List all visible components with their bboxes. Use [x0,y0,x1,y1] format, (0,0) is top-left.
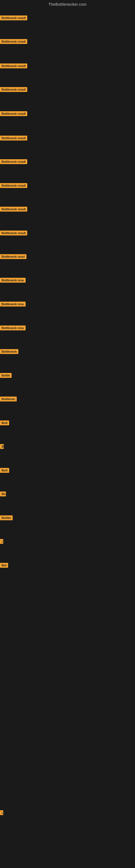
bottleneck-badge-21[interactable]: Bo [0,492,6,496]
badge-container-13: Bottleneck resu [0,302,26,308]
badge-container-18: Bott [0,421,9,426]
badge-container-17: Bottlenec [0,397,17,403]
bottleneck-badge-10[interactable]: Bottleneck result [0,230,27,236]
bottleneck-badge-5[interactable]: Bottleneck result [0,111,27,116]
badge-container-1: Bottleneck result [0,16,27,22]
bottleneck-badge-4[interactable]: Bottleneck result [0,87,27,92]
badge-container-21: Bo [0,492,6,497]
badge-container-14: Bottleneck resu [0,326,26,332]
bottleneck-badge-11[interactable]: Bottleneck resul [0,254,27,259]
bottleneck-badge-1[interactable]: Bottleneck result [0,16,27,20]
badge-container-6: Bottleneck result [0,135,27,142]
bottleneck-badge-6[interactable]: Bottleneck result [0,135,27,141]
badge-container-2: Bottleneck result [0,39,27,45]
bottleneck-badge-23[interactable]: | [0,539,3,544]
bottleneck-badge-25[interactable]: | [0,810,3,815]
badge-container-8: Bottleneck result [0,183,27,189]
bottleneck-badge-13[interactable]: Bottleneck resu [0,302,26,307]
badge-container-3: Bottleneck result [0,63,27,69]
bottleneck-badge-20[interactable]: Bott [0,468,9,473]
bottleneck-badge-7[interactable]: Bottleneck result [0,159,27,164]
badge-container-23: | [0,539,3,545]
bottleneck-badge-14[interactable]: Bottleneck resu [0,326,26,330]
badge-container-12: Bottleneck resu [0,278,26,284]
badge-container-16: Bottle [0,373,12,379]
badge-container-4: Bottleneck result [0,87,27,93]
bottleneck-badge-16[interactable]: Bottle [0,373,12,378]
bottleneck-badge-22[interactable]: Bottler [0,516,13,520]
badge-container-11: Bottleneck resul [0,254,27,260]
badge-container-10: Bottleneck result [0,230,27,237]
bottleneck-badge-17[interactable]: Bottlenec [0,397,17,401]
bottleneck-badge-3[interactable]: Bottleneck result [0,63,27,68]
bottleneck-badge-19[interactable]: B [0,444,4,449]
badge-container-22: Bottler [0,516,13,521]
badge-container-7: Bottleneck result [0,159,27,165]
badge-container-19: B [0,444,4,450]
bottleneck-badge-8[interactable]: Bottleneck result [0,183,27,188]
bottleneck-badge-9[interactable]: Bottleneck result [0,207,27,212]
badge-container-5: Bottleneck result [0,111,27,117]
site-title: TheBottlenecker.com [0,0,135,8]
badge-container-9: Bottleneck result [0,207,27,213]
badge-container-24: Bot [0,563,8,569]
badge-container-20: Bott [0,468,9,474]
badge-container-25: | [0,810,3,816]
bottleneck-badge-12[interactable]: Bottleneck resu [0,278,26,283]
bottleneck-badge-18[interactable]: Bott [0,421,9,425]
bottleneck-badge-24[interactable]: Bot [0,563,8,568]
bottleneck-badge-2[interactable]: Bottleneck result [0,39,27,44]
bottleneck-badge-15[interactable]: Bottleneck [0,349,18,354]
badge-container-15: Bottleneck [0,349,18,355]
